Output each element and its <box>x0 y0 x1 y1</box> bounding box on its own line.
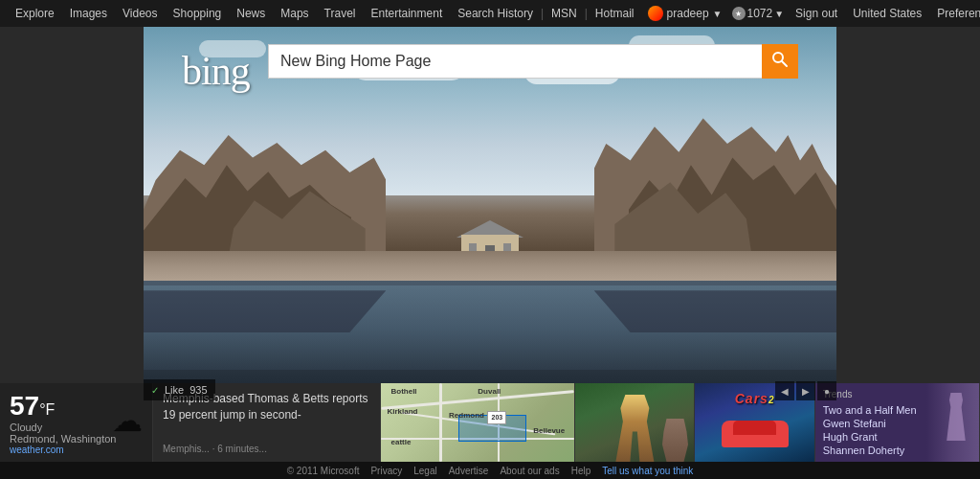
bing-logo[interactable]: bing <box>182 48 250 94</box>
rewards-icon: ★ <box>732 7 746 20</box>
nav-hotmail[interactable]: Hotmail <box>588 7 642 20</box>
main-content: bing ✓ Like 935 ◀ ▶ ● <box>0 27 980 479</box>
region-selector[interactable]: United States <box>845 7 929 20</box>
map-highway-badge: 203 <box>487 411 506 424</box>
map-panel[interactable]: Bothell Duvall Kirkland Redmond Bellevue… <box>381 383 575 462</box>
search-button[interactable] <box>762 44 798 79</box>
nav-maps[interactable]: Maps <box>273 7 316 20</box>
footer-feedback[interactable]: Tell us what you think <box>602 466 693 476</box>
cloud-icon: ☁ <box>112 402 143 439</box>
next-arrow-button[interactable]: ▶ <box>796 381 815 400</box>
temp-unit: °F <box>39 401 55 418</box>
user-info[interactable]: pradeep ▼ <box>642 6 728 21</box>
map-road-4 <box>439 383 442 462</box>
temperature: 57 <box>10 391 39 421</box>
map-label-seattle: eattle <box>390 438 411 446</box>
footer-about-ads[interactable]: About our ads <box>500 466 559 476</box>
weather-panel: 57°F Cloudy Redmond, Washington weather.… <box>0 383 153 462</box>
search-box <box>268 44 798 79</box>
like-bar: ✓ Like 935 <box>144 379 215 400</box>
svg-line-1 <box>782 61 787 66</box>
trends-panel: Trends Two and a Half Men Gwen Stefani H… <box>815 383 980 462</box>
footer-advertise[interactable]: Advertise <box>449 466 489 476</box>
map-label-bellevue: Bellevue <box>533 426 565 435</box>
map-label-redmond: Redmond <box>449 411 484 420</box>
map-background: Bothell Duvall Kirkland Redmond Bellevue… <box>381 383 574 462</box>
like-label[interactable]: Like <box>165 384 184 396</box>
rock-reflection-left <box>144 290 386 332</box>
like-checkmark-icon: ✓ <box>151 385 159 396</box>
nav-videos[interactable]: Videos <box>115 7 165 20</box>
footer-copyright: © 2011 Microsoft <box>287 466 360 476</box>
nav-entertainment[interactable]: Entertainment <box>364 7 451 20</box>
zookeeper-animal <box>660 419 689 462</box>
dropdown-icon[interactable]: ▼ <box>713 9 723 19</box>
nav-dot: ● <box>817 381 836 400</box>
nav-news[interactable]: News <box>229 7 273 20</box>
footer-help[interactable]: Help <box>571 466 591 476</box>
map-label-kirkland: Kirkland <box>387 407 417 416</box>
nav-arrows: ◀ ▶ ● <box>775 381 836 400</box>
map-label-bothell: Bothell <box>390 387 416 396</box>
cars-logo: Cars2 <box>735 391 775 406</box>
ground <box>144 251 836 281</box>
user-avatar-icon <box>648 6 663 21</box>
right-strip <box>836 27 980 400</box>
search-input[interactable] <box>268 44 762 79</box>
house-window-left <box>469 243 477 251</box>
username: pradeep <box>667 7 709 20</box>
nav-travel[interactable]: Travel <box>317 7 364 20</box>
footer-legal[interactable]: Legal <box>413 466 436 476</box>
prev-arrow-button[interactable]: ◀ <box>775 381 794 400</box>
rewards-badge[interactable]: ★ 1072 ▼ <box>728 7 789 20</box>
nav-explore[interactable]: Explore <box>8 7 62 20</box>
zookeeper-figure <box>611 395 658 462</box>
person-silhouette <box>926 383 979 462</box>
bing-logo-text: bing <box>182 49 250 93</box>
search-icon <box>771 51 789 73</box>
news-source: Memphis... · 6 minutes... <box>163 444 370 454</box>
nav-shopping[interactable]: Shopping <box>166 7 230 20</box>
water-reflection <box>144 285 836 369</box>
nav-msn[interactable]: MSN <box>544 7 585 20</box>
rock-reflection-right <box>594 290 836 332</box>
map-label-duvall: Duvall <box>478 387 501 396</box>
house-window-right <box>503 243 511 251</box>
footer: © 2011 Microsoft Privacy Legal Advertise… <box>0 462 980 479</box>
rewards-count: 1072 <box>747 7 773 20</box>
user-section: pradeep ▼ ★ 1072 ▼ Sign out United State… <box>642 6 980 21</box>
sign-out-button[interactable]: Sign out <box>788 7 845 20</box>
like-count: 935 <box>189 384 207 396</box>
rewards-dropdown-icon[interactable]: ▼ <box>774 9 784 19</box>
weather-source-link[interactable]: weather.com <box>10 445 143 455</box>
nav-images[interactable]: Images <box>62 7 115 20</box>
car-figure <box>722 421 789 447</box>
preferences-button[interactable]: Preferences <box>929 7 980 20</box>
nav-search-history[interactable]: Search History <box>450 7 541 20</box>
top-navigation-bar: Explore Images Videos Shopping News Maps… <box>0 0 980 27</box>
hero-image: bing <box>144 27 836 400</box>
left-strip <box>0 27 144 400</box>
zookeeper-movie-panel[interactable] <box>575 383 695 462</box>
footer-privacy[interactable]: Privacy <box>370 466 402 476</box>
